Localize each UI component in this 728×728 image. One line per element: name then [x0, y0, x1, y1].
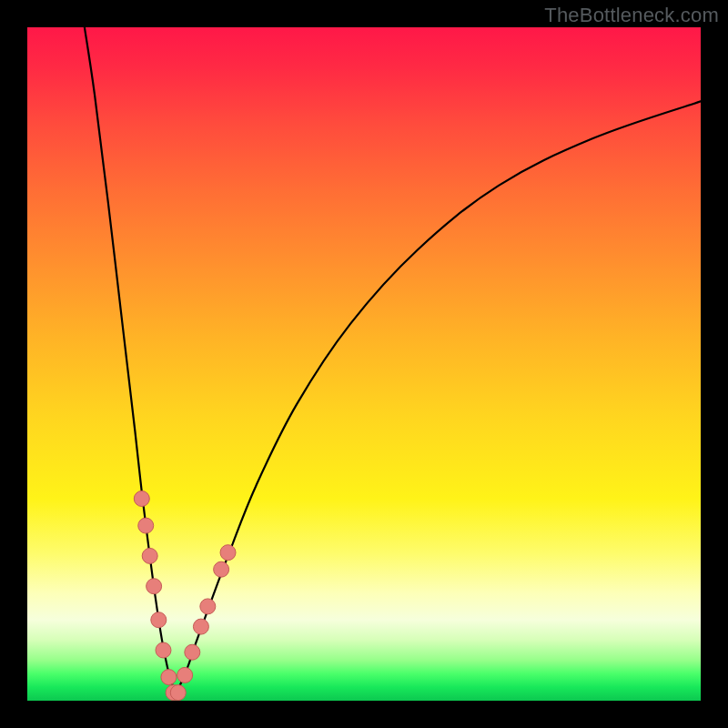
highlight-marker — [200, 599, 216, 614]
highlight-marker — [177, 667, 193, 682]
highlight-marker — [134, 491, 149, 507]
highlight-marker — [142, 548, 157, 563]
highlighted-points-group — [134, 491, 236, 701]
highlight-marker — [185, 644, 200, 660]
chart-frame: TheBottleneck.com — [0, 0, 728, 728]
highlight-marker — [138, 518, 154, 533]
highlight-marker — [156, 642, 171, 658]
attribution-text: TheBottleneck.com — [544, 4, 719, 27]
highlight-marker — [214, 561, 229, 577]
highlight-marker — [220, 545, 236, 561]
highlight-marker — [151, 612, 167, 628]
curve-layer — [27, 27, 701, 701]
plot-area — [27, 27, 701, 701]
left-branch-curve — [85, 27, 176, 694]
highlight-marker — [170, 685, 186, 701]
highlight-marker — [147, 579, 162, 594]
highlight-marker — [193, 619, 208, 634]
right-branch-curve — [176, 101, 701, 693]
highlight-marker — [161, 670, 177, 685]
